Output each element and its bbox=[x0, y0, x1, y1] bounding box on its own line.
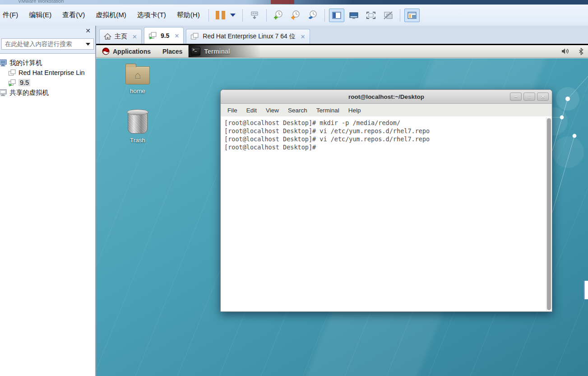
clipped-window-fragment bbox=[584, 281, 588, 299]
close-button[interactable]: ✕ bbox=[537, 93, 549, 101]
vm-display-area: 主页 ✕ 9.5 ✕ bbox=[96, 26, 588, 376]
menu-file[interactable]: 件(F) bbox=[0, 8, 23, 23]
vm-tabbar: 主页 ✕ 9.5 ✕ bbox=[96, 26, 588, 44]
toolbar-separator bbox=[208, 9, 209, 22]
vm-running-icon bbox=[148, 32, 157, 40]
shared-vm-icon bbox=[0, 89, 8, 97]
window-list-terminal-button[interactable]: >_ Terminal bbox=[189, 45, 272, 57]
scrollbar-thumb[interactable] bbox=[547, 118, 551, 310]
pause-icon bbox=[216, 11, 225, 19]
terminal-window: root@localhost:~/Desktop – □ ✕ File Edit… bbox=[220, 89, 552, 312]
console-view-icon bbox=[349, 11, 359, 20]
terminal-menu-terminal[interactable]: Terminal bbox=[312, 105, 344, 116]
tree-item-label: Red Hat Enterprise Lin bbox=[19, 69, 85, 76]
menu-vm[interactable]: 虚拟机(M) bbox=[90, 8, 132, 23]
terminal-scrollbar[interactable] bbox=[546, 117, 551, 311]
pause-vm-button[interactable] bbox=[212, 9, 239, 21]
computer-icon bbox=[0, 59, 8, 67]
terminal-menu-view[interactable]: View bbox=[261, 105, 283, 116]
library-close-button[interactable]: ✕ bbox=[84, 27, 92, 34]
sidebar-view-icon bbox=[332, 11, 342, 20]
tab-label: 9.5 bbox=[161, 32, 169, 39]
tab-close-icon[interactable]: ✕ bbox=[174, 32, 179, 39]
ctrl-alt-del-icon bbox=[250, 10, 259, 20]
take-snapshot-button[interactable] bbox=[271, 9, 286, 22]
library-thumbnails-icon bbox=[407, 11, 417, 20]
vm-running-icon bbox=[8, 79, 17, 87]
menu-view[interactable]: 查看(V) bbox=[57, 8, 90, 23]
terminal-line: [root@localhost Desktop]# mkdir -p /medi… bbox=[224, 119, 544, 127]
bluetooth-icon[interactable] bbox=[579, 48, 583, 55]
vm-icon bbox=[8, 69, 17, 77]
terminal-menu-search[interactable]: Search bbox=[283, 105, 312, 116]
tab-close-icon[interactable]: ✕ bbox=[301, 33, 306, 40]
menu-help[interactable]: 帮助(H) bbox=[171, 8, 205, 23]
revert-snapshot-icon bbox=[290, 10, 301, 21]
home-icon bbox=[104, 33, 111, 40]
manage-snapshots-button[interactable] bbox=[305, 9, 320, 22]
tree-item-my-computer[interactable]: 我的计算机 bbox=[0, 58, 95, 68]
applications-menu[interactable]: Applications bbox=[96, 45, 157, 57]
unity-mode-icon bbox=[383, 11, 393, 20]
minimize-button[interactable]: – bbox=[510, 93, 522, 101]
revert-snapshot-button[interactable] bbox=[288, 9, 303, 22]
tab-label: Red Hat Enterprise Linux 7 64 位 bbox=[203, 32, 295, 41]
host-window-title: VMware Workstation bbox=[18, 0, 64, 4]
terminal-output[interactable]: [root@localhost Desktop]# mkdir -p /medi… bbox=[221, 117, 552, 311]
system-tray bbox=[561, 48, 588, 55]
home-folder-icon: ⌂ bbox=[125, 66, 150, 84]
vmware-menubar: 件(F) 编辑(E) 查看(V) 虚拟机(M) 选项卡(T) 帮助(H) bbox=[0, 5, 588, 26]
menu-tabs[interactable]: 选项卡(T) bbox=[132, 8, 171, 23]
gnome-top-bar: Applications Places >_ Terminal bbox=[96, 45, 588, 58]
console-view-button[interactable] bbox=[346, 9, 361, 22]
titlebar-red-chip bbox=[271, 0, 294, 4]
toolbar-separator bbox=[324, 9, 325, 22]
pause-dropdown-arrow-icon[interactable] bbox=[230, 14, 236, 19]
vmware-workstation-window: VMware Workstation 件(F) 编辑(E) 查看(V) 虚拟机(… bbox=[0, 0, 588, 376]
terminal-menu-edit[interactable]: Edit bbox=[242, 105, 261, 116]
desktop-icon-home[interactable]: ⌂ home bbox=[117, 66, 158, 94]
maximize-button[interactable]: □ bbox=[523, 93, 535, 101]
tab-home[interactable]: 主页 ✕ bbox=[99, 29, 142, 44]
tree-item-shared-vms[interactable]: 共享的虚拟机 bbox=[0, 88, 95, 97]
library-header: ✕ bbox=[0, 26, 95, 37]
terminal-menubar: File Edit View Search Terminal Help bbox=[221, 104, 552, 116]
desktop-icon-label: Trash bbox=[117, 137, 158, 144]
terminal-title: root@localhost:~/Desktop bbox=[348, 93, 424, 100]
window-button-label: Terminal bbox=[204, 48, 230, 55]
house-emblem-icon: ⌂ bbox=[126, 67, 149, 84]
library-search-box[interactable]: 在此处键入内容进行搜索 bbox=[1, 38, 94, 50]
fullscreen-button[interactable] bbox=[363, 9, 379, 22]
places-menu[interactable]: Places bbox=[157, 45, 188, 57]
search-dropdown-arrow-icon[interactable] bbox=[86, 43, 90, 48]
send-ctrl-alt-del-button[interactable] bbox=[247, 9, 262, 22]
unity-mode-button[interactable] bbox=[380, 9, 396, 22]
terminal-line: [root@localhost Desktop]# vi /etc/yum.re… bbox=[224, 135, 544, 143]
tree-item-label: 9.5 bbox=[19, 79, 30, 86]
tab-rhel7[interactable]: Red Hat Enterprise Linux 7 64 位 ✕ bbox=[186, 29, 310, 44]
volume-icon[interactable] bbox=[561, 48, 569, 55]
show-sidebar-toggle[interactable] bbox=[329, 9, 344, 22]
library-thumbnails-toggle[interactable] bbox=[404, 9, 420, 22]
vm-library-tree: 我的计算机 Red Hat Enterprise Lin 9.5 bbox=[0, 53, 95, 376]
terminal-titlebar[interactable]: root@localhost:~/Desktop – □ ✕ bbox=[221, 90, 552, 104]
tab-close-icon[interactable]: ✕ bbox=[132, 33, 137, 40]
host-titlebar-sliver: VMware Workstation bbox=[0, 0, 588, 5]
terminal-menu-file[interactable]: File bbox=[223, 105, 242, 116]
tree-item-rhel-vm[interactable]: Red Hat Enterprise Lin bbox=[0, 68, 95, 78]
vm-icon bbox=[190, 32, 199, 41]
tree-item-label: 我的计算机 bbox=[9, 59, 42, 67]
library-sidebar: ✕ 在此处键入内容进行搜索 我的计算机 Red Hat bbox=[0, 26, 95, 376]
menu-edit[interactable]: 编辑(E) bbox=[23, 8, 57, 23]
tree-item-label: 共享的虚拟机 bbox=[9, 88, 49, 97]
terminal-menu-help[interactable]: Help bbox=[344, 105, 366, 116]
take-snapshot-icon bbox=[273, 10, 284, 21]
applications-label: Applications bbox=[113, 48, 151, 55]
trash-icon bbox=[128, 111, 148, 134]
places-label: Places bbox=[162, 48, 182, 55]
tree-item-vm-9-5[interactable]: 9.5 bbox=[0, 78, 95, 88]
tab-vm-9-5[interactable]: 9.5 ✕ bbox=[144, 27, 184, 44]
toolbar-separator bbox=[400, 9, 400, 22]
terminal-icon: >_ bbox=[191, 47, 200, 56]
desktop-icon-trash[interactable]: Trash bbox=[117, 111, 158, 144]
